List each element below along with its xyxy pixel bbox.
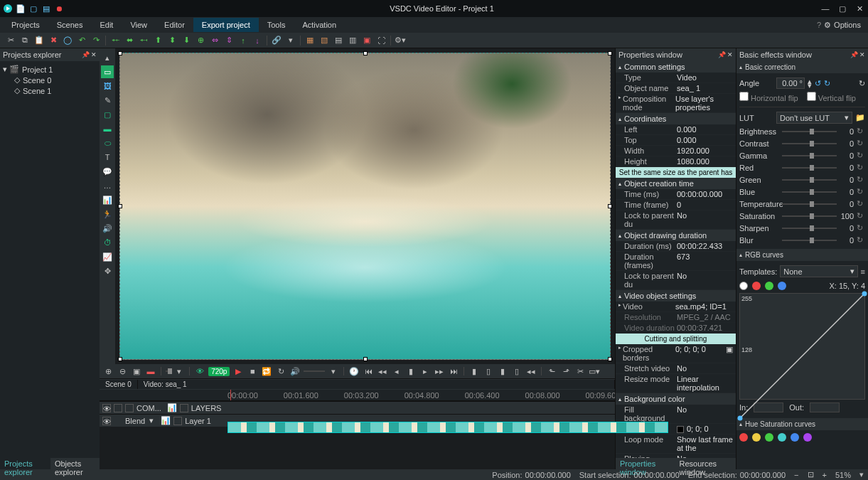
saturation-slider[interactable] xyxy=(782,215,837,217)
open-icon[interactable]: ▢ xyxy=(28,4,38,14)
distribute-v-icon[interactable]: ⇕ xyxy=(223,34,235,47)
contrast-slider[interactable] xyxy=(782,143,837,144)
menu-activation[interactable]: Activation xyxy=(294,18,345,32)
rgb-channel-blue[interactable] xyxy=(778,282,786,290)
resize-handle[interactable] xyxy=(363,357,368,361)
zoom-in-icon[interactable]: + xyxy=(823,471,827,479)
text-icon[interactable]: T xyxy=(101,151,114,164)
rotate-cw-icon[interactable]: ↻ xyxy=(824,79,830,88)
undo-icon[interactable]: ↶ xyxy=(75,34,88,47)
set-same-size-button[interactable]: Set the same size as the parent has xyxy=(616,167,736,178)
step-back-icon[interactable]: ◂ xyxy=(391,366,402,377)
new-icon[interactable]: 📄 xyxy=(16,4,26,14)
redo-icon[interactable]: ↷ xyxy=(90,34,102,47)
hue-blue[interactable] xyxy=(791,433,799,442)
rect-icon[interactable]: ▬ xyxy=(101,122,114,135)
brightness-slider[interactable] xyxy=(782,131,837,132)
resize-handle[interactable] xyxy=(118,357,122,361)
animation-icon[interactable]: 🏃 xyxy=(101,208,114,220)
zoom-dropdown-icon[interactable]: ▾ xyxy=(173,366,185,377)
gamma-slider[interactable] xyxy=(782,155,837,156)
chart-icon[interactable]: 📊 xyxy=(101,193,114,206)
copy-icon[interactable]: ⧉ xyxy=(18,34,31,47)
volume-icon[interactable]: 🔊 xyxy=(289,366,301,377)
audio-icon[interactable]: 🔊 xyxy=(101,222,114,235)
hue-green[interactable] xyxy=(765,433,773,442)
set-out-icon[interactable]: ⬏ xyxy=(560,366,572,377)
reset-icon[interactable]: ↻ xyxy=(857,235,865,245)
sharpen-slider[interactable] xyxy=(782,228,837,229)
align-left-icon[interactable]: ⬴ xyxy=(109,34,122,47)
link-icon[interactable]: 🔗 xyxy=(270,34,283,47)
align-center-h-icon[interactable]: ⬌ xyxy=(123,34,136,47)
menu-edit[interactable]: Edit xyxy=(91,18,122,32)
vertical-flip-checkbox[interactable]: Vertical flip xyxy=(807,92,856,102)
tree-scene[interactable]: ◇ Scene 1 xyxy=(14,85,97,96)
scene-tab[interactable]: Scene 0 xyxy=(100,380,138,389)
hue-red[interactable] xyxy=(739,433,748,442)
layout-icon[interactable]: ▥ xyxy=(346,34,359,47)
tab-projects-explorer[interactable]: Projects explorer xyxy=(0,458,50,469)
align-top-icon[interactable]: ⬆ xyxy=(151,34,164,47)
menu-projects[interactable]: Projects xyxy=(3,18,48,32)
video-clip[interactable] xyxy=(227,422,668,433)
blur-slider[interactable] xyxy=(782,240,837,241)
cut-icon[interactable]: ✂ xyxy=(4,34,17,47)
ellipse-icon[interactable]: ⬭ xyxy=(101,137,114,149)
counter-icon[interactable]: ⏱ xyxy=(101,236,114,249)
cutting-splitting-button[interactable]: Cutting and splitting xyxy=(616,334,736,344)
reset-icon[interactable]: ↻ xyxy=(857,187,865,196)
save-icon[interactable]: ▤ xyxy=(41,4,51,14)
settings-dropdown-icon[interactable]: ⚙▾ xyxy=(394,34,407,47)
resize-handle[interactable] xyxy=(118,204,122,208)
track-visible-icon[interactable]: 👁 xyxy=(102,404,111,412)
zoom-fit-icon[interactable]: ⊡ xyxy=(808,470,814,479)
menu-scenes[interactable]: Scenes xyxy=(48,18,92,32)
pen-icon[interactable]: ✎ xyxy=(101,94,114,107)
reset-icon[interactable]: ↻ xyxy=(857,175,865,184)
hue-cyan[interactable] xyxy=(778,433,786,442)
ungroup-icon[interactable]: ▧ xyxy=(318,34,331,47)
rgb-channel-all[interactable] xyxy=(739,282,748,290)
section-rgb-curves[interactable]: RGB curves xyxy=(736,249,868,261)
skip-start-icon[interactable]: ⏮ xyxy=(363,366,374,377)
reset-icon[interactable]: ↻ xyxy=(857,163,865,172)
marker1-icon[interactable]: ▮ xyxy=(468,366,480,377)
blend-label[interactable]: Blend xyxy=(125,417,145,425)
repeat-icon[interactable]: ↻ xyxy=(275,366,286,377)
pin-icon[interactable]: 📌 xyxy=(82,51,90,58)
options-link[interactable]: Options xyxy=(834,21,861,29)
align-bottom-icon[interactable]: ⬇ xyxy=(180,34,193,47)
circle-tool-icon[interactable]: ◯ xyxy=(61,34,74,47)
maximize-icon[interactable]: ▢ xyxy=(837,3,848,14)
tab-objects-explorer[interactable]: Objects explorer xyxy=(50,458,100,469)
angle-input[interactable]: 0.00 ° xyxy=(776,78,805,89)
panel-close-icon[interactable]: ✕ xyxy=(859,51,865,58)
horizontal-flip-checkbox[interactable]: Horizontal flip xyxy=(739,92,798,102)
section-drawing-duration[interactable]: Object drawing duration xyxy=(616,230,736,241)
section-video-object[interactable]: Video object settings xyxy=(616,290,736,302)
resize-handle[interactable] xyxy=(363,51,368,55)
rgb-curve-editor[interactable]: 255 128 xyxy=(739,293,865,400)
distribute-h-icon[interactable]: ⇔ xyxy=(208,34,221,47)
blue-slider[interactable] xyxy=(782,191,837,193)
panel-close-icon[interactable]: ✕ xyxy=(91,51,97,58)
section-background-color[interactable]: Background color xyxy=(616,393,736,405)
reset-icon[interactable]: ↻ xyxy=(857,199,865,208)
resize-handle[interactable] xyxy=(608,357,612,361)
section-common[interactable]: Common settings xyxy=(616,61,736,73)
rgb-channel-red[interactable] xyxy=(752,282,761,290)
step-fwd-icon[interactable]: ▸▸ xyxy=(434,366,445,377)
arrow-down-icon[interactable]: ↓ xyxy=(251,34,264,47)
section-coordinates[interactable]: Coordinates xyxy=(616,113,736,124)
video-icon[interactable]: ▭ xyxy=(101,65,114,78)
reset-icon[interactable]: ↻ xyxy=(859,79,865,88)
record-icon[interactable]: ⏺ xyxy=(54,4,64,14)
preview-toggle-icon[interactable]: 👁 xyxy=(194,366,205,377)
center-icon[interactable]: ⊕ xyxy=(194,34,207,47)
clock-icon[interactable]: 🕐 xyxy=(348,366,360,377)
timeline-ruler[interactable]: 00:00:0000:01.60000:03.20000:04.80000:06… xyxy=(100,390,615,401)
arrow-up-icon[interactable]: ↑ xyxy=(237,34,250,47)
lut-select[interactable]: Don't use LUT▾ xyxy=(776,112,852,124)
track-visible-icon[interactable]: 👁 xyxy=(102,417,111,425)
